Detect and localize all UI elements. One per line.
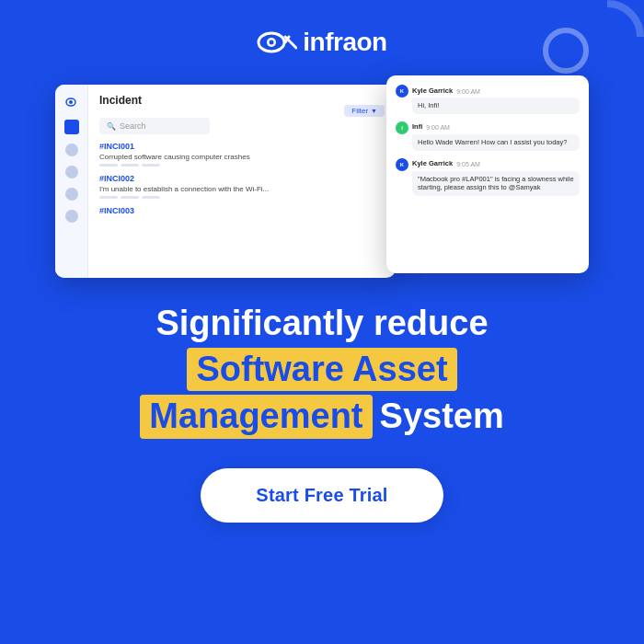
headline-row3: Management System <box>140 395 503 439</box>
search-icon: 🔍 <box>107 122 116 131</box>
headline-highlight-2: Management <box>140 395 372 439</box>
chat-panel: K Kyle Garrick 9:00 AM Hi, Infi! I Infi … <box>386 75 589 273</box>
headline-normal-3: System <box>380 397 504 437</box>
headline-highlight-1: Software Asset <box>187 348 456 392</box>
time-3: 9:05 AM <box>456 161 480 167</box>
bubble-1: Hi, Infi! <box>412 98 580 114</box>
svg-point-6 <box>69 100 73 104</box>
headline-area: Significantly reduce Software Asset Mana… <box>103 304 540 439</box>
incident-desc-1: Corrupted software causing computer cras… <box>99 153 385 161</box>
panel-title: Incident <box>99 94 142 107</box>
nav-logo <box>63 94 80 110</box>
nav-icon-4 <box>65 188 78 201</box>
incident-id-2: #INCI002 <box>99 174 385 183</box>
chat-message-2: I Infi 9:00 AM Hello Wade Warren! How ca… <box>396 121 580 151</box>
incident-id-1: #INCI001 <box>99 142 385 151</box>
nav-icon-2 <box>65 144 78 156</box>
background: infraon <box>0 0 644 644</box>
chat-message-1: K Kyle Garrick 9:00 AM Hi, Infi! <box>396 85 580 114</box>
sender-kyle-1: Kyle Garrick <box>412 86 453 95</box>
incident-content: Incident Filter ▼ 🔍 Search #INCI001 Corr… <box>88 85 396 278</box>
deco-circle-top-right <box>543 28 589 74</box>
mockup-area: Incident Filter ▼ 🔍 Search #INCI001 Corr… <box>55 75 589 287</box>
incident-item-2: #INCI002 I'm unable to establish a conne… <box>99 174 385 199</box>
incident-panel: Incident Filter ▼ 🔍 Search #INCI001 Corr… <box>55 85 396 278</box>
incident-desc-2: I'm unable to establish a connection wit… <box>99 185 385 193</box>
time-2: 9:00 AM <box>426 124 450 131</box>
sender-infi: Infi <box>412 122 422 131</box>
chat-message-3: K Kyle Garrick 9:05 AM "Macbook pro #LAP… <box>396 158 580 197</box>
logo-area: infraon <box>257 28 386 57</box>
incident-item-1: #INCI001 Corrupted software causing comp… <box>99 142 385 167</box>
sidebar-nav <box>55 85 88 278</box>
incident-id-3: #INCI003 <box>99 206 385 215</box>
svg-point-2 <box>270 40 274 45</box>
incident-meta-2 <box>99 196 385 199</box>
search-bar[interactable]: 🔍 Search <box>99 118 210 134</box>
sender-kyle-2: Kyle Garrick <box>412 159 453 167</box>
nav-home-icon <box>64 120 79 134</box>
logo-text: infraon <box>303 28 386 57</box>
chevron-down-icon: ▼ <box>371 108 377 114</box>
logo: infraon <box>257 28 386 57</box>
search-placeholder: Search <box>120 121 146 131</box>
incident-meta-1 <box>99 164 385 167</box>
cta-button[interactable]: Start Free Trial <box>201 468 443 523</box>
bubble-3: "Macbook pro #LAP001" is facing a slowne… <box>412 171 580 197</box>
filter-badge: Filter ▼ <box>344 105 385 117</box>
incident-item-3: #INCI003 <box>99 206 385 215</box>
logo-icon <box>257 29 297 55</box>
headline-row2: Software Asset <box>140 348 503 392</box>
time-1: 9:00 AM <box>456 88 480 95</box>
bubble-2: Hello Wade Warren! How can I assist you … <box>412 134 580 151</box>
nav-icon-5 <box>65 210 78 223</box>
avatar-infi: I <box>396 121 408 134</box>
headline-line1: Significantly reduce <box>140 304 503 344</box>
avatar-kyle-1: K <box>396 85 408 98</box>
avatar-kyle-2: K <box>396 158 408 171</box>
filter-label: Filter <box>351 107 368 115</box>
nav-icon-3 <box>65 166 78 178</box>
